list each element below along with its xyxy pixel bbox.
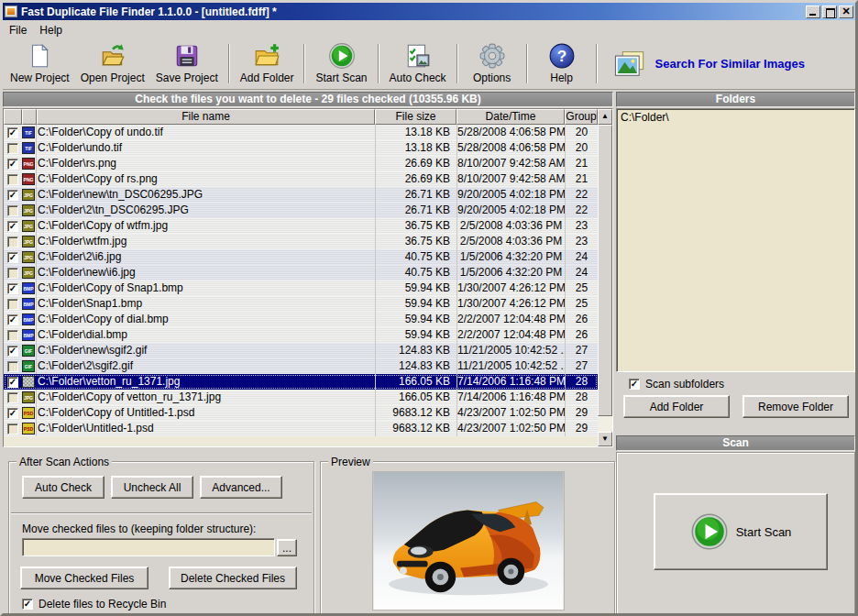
table-row[interactable]: ✓PNGC:\Folder\rs.png26.69 KB8/10/2007 9:… xyxy=(4,156,598,171)
row-checkbox[interactable]: ✓ xyxy=(4,125,22,140)
toolbar-separator xyxy=(378,44,380,83)
row-checkbox[interactable]: ✓ xyxy=(4,312,22,327)
file-group: 25 xyxy=(565,280,598,296)
minimize-icon[interactable] xyxy=(806,6,820,18)
file-name: C:\Folder\new\tn_DSC06295.JPG xyxy=(37,187,375,203)
file-size: 124.83 KB xyxy=(375,358,456,374)
svg-text:?: ? xyxy=(556,47,566,65)
start-scan-big-button[interactable]: Start Scan xyxy=(654,493,828,570)
row-checkbox[interactable] xyxy=(4,296,22,312)
row-checkbox[interactable] xyxy=(4,171,22,187)
file-size: 36.75 KB xyxy=(375,234,456,249)
scan-subfolders-row[interactable]: ✓ Scan subfolders xyxy=(629,378,724,390)
file-size: 166.05 KB xyxy=(375,374,456,390)
table-row[interactable]: ✓PSDC:\Folder\Copy of Untitled-1.psd9683… xyxy=(4,405,598,421)
table-row[interactable]: BMPC:\Folder\Snap1.bmp59.94 KB1/30/2007 … xyxy=(4,296,598,312)
remove-folder-button[interactable]: Remove Folder xyxy=(742,395,849,418)
options-button[interactable]: Options xyxy=(463,41,522,86)
add-folder-panel-button[interactable]: Add Folder xyxy=(623,395,730,418)
save-project-button[interactable]: Save Project xyxy=(150,41,224,86)
row-checkbox[interactable]: ✓ xyxy=(4,343,22,358)
scan-subfolders-checkbox[interactable]: ✓ xyxy=(629,379,640,390)
table-row[interactable]: ✓JPGC:\Folder\new\tn_DSC06295.JPG26.71 K… xyxy=(4,187,598,203)
folders-list[interactable]: C:\Folder\ xyxy=(616,108,855,372)
table-row[interactable]: JPGC:\Folder\2\tn_DSC06295.JPG26.71 KB9/… xyxy=(4,203,598,218)
table-row[interactable]: JPGC:\Folder\new\i6.jpg40.75 KB1/5/2006 … xyxy=(4,265,598,280)
file-name: C:\Folder\vetton_ru_1371.jpg xyxy=(37,374,375,390)
images-icon xyxy=(611,49,646,80)
row-checkbox[interactable] xyxy=(4,203,22,218)
table-row[interactable]: PSDC:\Folder\Untitled-1.psd9683.12 KB4/2… xyxy=(4,421,598,436)
uncheck-all-button[interactable]: Uncheck All xyxy=(111,476,193,499)
browse-button[interactable]: ... xyxy=(277,539,297,556)
table-row[interactable]: ✓TIFC:\Folder\Copy of undo.tif13.18 KB5/… xyxy=(4,125,598,140)
header-datetime[interactable]: Date/Time xyxy=(456,109,565,125)
header-checkbox-column[interactable] xyxy=(4,109,22,125)
advanced-button[interactable]: Advanced... xyxy=(200,476,282,499)
row-checkbox[interactable]: ✓ xyxy=(4,280,22,296)
row-checkbox[interactable] xyxy=(4,265,22,280)
search-similar-images-button[interactable]: Search For Similar Images xyxy=(602,41,805,86)
table-row[interactable]: JPGC:\Folder\wtfm.jpg36.75 KB2/5/2008 4:… xyxy=(4,234,598,249)
table-row[interactable]: ✓BMPC:\Folder\Copy of dial.bmp59.94 KB2/… xyxy=(4,312,598,327)
table-row[interactable]: GIFC:\Folder\2\sgif2.gif124.83 KB11/21/2… xyxy=(4,358,598,374)
delete-checked-files-button[interactable]: Delete Checked Files xyxy=(169,566,297,589)
vertical-scrollbar[interactable]: ▼ xyxy=(598,125,612,446)
header-group[interactable]: Group xyxy=(565,109,598,125)
row-checkbox[interactable]: ✓ xyxy=(4,405,22,421)
table-row[interactable]: JPGC:\Folder\Copy of vetton_ru_1371.jpg1… xyxy=(4,390,598,405)
row-checkbox[interactable]: ✓ xyxy=(4,218,22,234)
menu-help[interactable]: Help xyxy=(33,22,69,38)
file-size: 9683.12 KB xyxy=(375,405,456,421)
row-checkbox[interactable]: ✓ xyxy=(4,156,22,171)
row-checkbox[interactable]: ✓ xyxy=(4,249,22,265)
save-project-icon xyxy=(173,42,201,70)
table-row[interactable]: BMPC:\Folder\dial.bmp59.94 KB2/2/2007 12… xyxy=(4,327,598,343)
table-row[interactable]: ✓JPGC:\Folder\Copy of wtfm.jpg36.75 KB2/… xyxy=(4,218,598,234)
recycle-bin-checkbox[interactable]: ✓ xyxy=(22,599,33,610)
help-button[interactable]: ? Help xyxy=(533,41,591,86)
table-row[interactable]: ✓GIFC:\Folder\new\sgif2.gif124.83 KB11/2… xyxy=(4,343,598,358)
header-icon-column[interactable] xyxy=(22,109,37,125)
row-checkbox[interactable] xyxy=(4,140,22,156)
table-row[interactable]: ✓JPGC:\Folder\2\i6.jpg40.75 KB1/5/2006 4… xyxy=(4,249,598,265)
window-title: Fast Duplicate File Finder 1.1.0.0 - [un… xyxy=(21,6,277,18)
preview-title: Preview xyxy=(328,456,373,468)
table-row[interactable]: TIFC:\Folder\undo.tif13.18 KB5/28/2008 4… xyxy=(4,140,598,156)
move-to-input[interactable] xyxy=(22,538,275,556)
file-datetime: 2/2/2007 12:04:48 PM xyxy=(456,327,565,343)
open-project-button[interactable]: Open Project xyxy=(75,41,150,86)
start-scan-button[interactable]: Start Scan xyxy=(310,41,372,86)
recycle-bin-checkbox-row[interactable]: ✓ Delete files to Recycle Bin xyxy=(22,598,166,610)
folder-list-item[interactable]: C:\Folder\ xyxy=(621,111,851,124)
scroll-up-icon[interactable]: ▲ xyxy=(598,109,612,125)
row-checkbox[interactable]: ✓ xyxy=(4,187,22,203)
header-file-size[interactable]: File size xyxy=(375,109,456,125)
add-folder-button[interactable]: Add Folder xyxy=(235,41,300,86)
file-datetime: 7/14/2006 1:16:48 PM xyxy=(456,374,565,390)
auto-check-action-button[interactable]: Auto Check xyxy=(22,476,104,499)
new-project-button[interactable]: New Project xyxy=(5,41,75,86)
table-row[interactable]: PNGC:\Folder\Copy of rs.png26.69 KB8/10/… xyxy=(4,171,598,187)
row-checkbox[interactable] xyxy=(4,390,22,405)
move-checked-files-button[interactable]: Move Checked Files xyxy=(20,566,148,589)
scroll-down-icon[interactable]: ▼ xyxy=(598,432,612,446)
table-row[interactable]: ✓C:\Folder\vetton_ru_1371.jpg166.05 KB7/… xyxy=(4,374,598,390)
menu-bar: File Help xyxy=(3,20,855,39)
table-row[interactable]: ✓BMPC:\Folder\Copy of Snap1.bmp59.94 KB1… xyxy=(4,280,598,296)
row-checkbox[interactable] xyxy=(4,234,22,249)
close-icon[interactable]: ✕ xyxy=(839,6,853,18)
row-checkbox[interactable] xyxy=(4,421,22,436)
maximize-icon[interactable] xyxy=(822,6,837,18)
header-file-name[interactable]: File name xyxy=(37,109,375,125)
row-checkbox[interactable] xyxy=(4,358,22,374)
title-bar[interactable]: Fast Duplicate File Finder 1.1.0.0 - [un… xyxy=(3,3,855,20)
menu-file[interactable]: File xyxy=(3,22,33,38)
file-datetime: 1/5/2006 4:32:20 PM xyxy=(456,265,565,280)
auto-check-button[interactable]: Auto Check xyxy=(384,41,452,86)
file-size: 166.05 KB xyxy=(375,390,456,405)
row-checkbox[interactable]: ✓ xyxy=(4,374,22,390)
scrollbar-thumb[interactable] xyxy=(598,125,612,416)
row-checkbox[interactable] xyxy=(4,327,22,343)
after-scan-actions-group: After Scan Actions Auto Check Uncheck Al… xyxy=(8,461,314,614)
